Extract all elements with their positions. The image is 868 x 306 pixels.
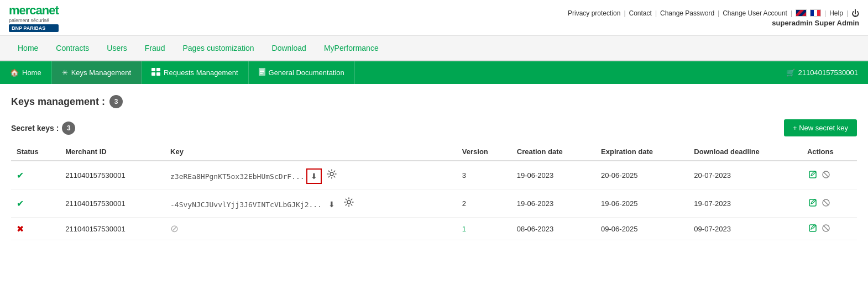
cell-expiration-date: 19-06-2025 bbox=[595, 189, 688, 218]
cell-merchant-id: 211040157530001 bbox=[60, 189, 165, 218]
svg-point-8 bbox=[330, 172, 333, 176]
svg-rect-6 bbox=[260, 71, 264, 72]
nav-contracts[interactable]: Contracts bbox=[47, 36, 98, 60]
col-actions: Actions bbox=[802, 143, 857, 161]
requests-icon bbox=[151, 68, 160, 77]
logo-area: mercanet paiement sécurisé BNP PARIBAS bbox=[9, 3, 59, 32]
sub-nav-docs-label: General Documentation bbox=[269, 68, 344, 77]
section-badge: 3 bbox=[62, 122, 75, 135]
section-title: Secret keys : 3 bbox=[11, 122, 75, 135]
sub-nav-docs[interactable]: General Documentation bbox=[249, 61, 355, 84]
cell-download-deadline: 09-07-2023 bbox=[688, 218, 802, 240]
cell-creation-date: 19-06-2023 bbox=[511, 189, 595, 218]
download-button[interactable]: ⬇ bbox=[324, 197, 339, 212]
svg-line-11 bbox=[824, 172, 828, 177]
cell-key: -4SvyNJCJUvvlYjj3J6VINTcVLbGJKj2... ⬇ bbox=[165, 189, 457, 218]
cell-status: ✔ bbox=[11, 161, 60, 189]
cell-status: ✖ bbox=[11, 218, 60, 240]
svg-point-12 bbox=[347, 201, 351, 204]
contact-link[interactable]: Contact bbox=[629, 9, 652, 17]
cell-key: z3eREa8HPgnKT5ox32EbHUmScDrF... ⬇ bbox=[165, 161, 457, 189]
col-key: Key bbox=[165, 143, 457, 161]
block-action-icon[interactable] bbox=[822, 198, 830, 207]
nav-pages-customization[interactable]: Pages customization bbox=[174, 36, 263, 60]
cell-version: 2 bbox=[457, 189, 511, 218]
user-label: superadmin Super Admin bbox=[772, 19, 859, 27]
table-row: ✔211040157530001-4SvyNJCJUvvlYjj3J6VINTc… bbox=[11, 189, 857, 218]
nav-download[interactable]: Download bbox=[263, 36, 315, 60]
cart-label: 211040157530001 bbox=[798, 68, 858, 77]
edit-action-icon[interactable] bbox=[808, 224, 817, 233]
sub-nav: 🏠 Home ✳ Keys Management Requests Manage… bbox=[0, 61, 868, 84]
version-link[interactable]: 1 bbox=[462, 225, 466, 233]
status-ok-icon: ✔ bbox=[17, 171, 24, 180]
config-button[interactable] bbox=[341, 194, 357, 210]
docs-icon bbox=[259, 68, 265, 77]
new-secret-key-button[interactable]: + New secret key bbox=[784, 119, 857, 136]
cell-actions bbox=[802, 189, 857, 218]
flag-uk-icon[interactable] bbox=[796, 9, 807, 17]
cell-actions bbox=[802, 161, 857, 189]
cell-expiration-date: 20-06-2025 bbox=[595, 161, 688, 189]
key-value: -4SvyNJCJUvvlYjj3J6VINTcVLbGJKj2... bbox=[170, 201, 322, 209]
page-title: Keys management : 3 bbox=[11, 95, 857, 108]
cell-version: 3 bbox=[457, 161, 511, 189]
svg-rect-2 bbox=[151, 72, 155, 76]
col-version: Version bbox=[457, 143, 511, 161]
top-bar: mercanet paiement sécurisé BNP PARIBAS P… bbox=[0, 0, 868, 36]
logout-icon[interactable]: ⏻ bbox=[851, 9, 859, 18]
config-button[interactable] bbox=[324, 166, 339, 182]
page-title-text: Keys management : bbox=[11, 96, 105, 108]
svg-rect-1 bbox=[156, 68, 160, 71]
help-link[interactable]: Help bbox=[829, 9, 843, 17]
nav-users[interactable]: Users bbox=[98, 36, 136, 60]
sub-nav-keys[interactable]: ✳ Keys Management bbox=[52, 61, 142, 84]
change-password-link[interactable]: Change Password bbox=[660, 9, 714, 17]
block-action-icon[interactable] bbox=[822, 224, 830, 233]
change-user-link[interactable]: Change User Account bbox=[723, 9, 787, 17]
sub-nav-requests-label: Requests Management bbox=[164, 68, 238, 77]
bnp-badge: BNP PARIBAS bbox=[9, 24, 59, 32]
table-row: ✖211040157530001⊘108-06-202309-06-202509… bbox=[11, 218, 857, 240]
col-status: Status bbox=[11, 143, 60, 161]
privacy-link[interactable]: Privacy protection bbox=[568, 9, 620, 17]
nav-myperformance[interactable]: MyPerformance bbox=[315, 36, 388, 60]
section-title-text: Secret keys : bbox=[11, 124, 59, 133]
logo-text: mercanet bbox=[9, 3, 59, 18]
edit-action-icon[interactable] bbox=[808, 170, 817, 179]
flag-fr-icon[interactable] bbox=[810, 9, 821, 17]
download-highlighted-button[interactable]: ⬇ bbox=[306, 168, 322, 184]
keys-icon: ✳ bbox=[62, 68, 68, 77]
sub-nav-home[interactable]: 🏠 Home bbox=[0, 61, 52, 84]
col-deadline: Download deadline bbox=[688, 143, 802, 161]
svg-rect-3 bbox=[156, 72, 160, 76]
svg-line-15 bbox=[824, 201, 828, 205]
edit-action-icon[interactable] bbox=[808, 198, 817, 207]
no-key-icon: ⊘ bbox=[170, 223, 179, 234]
col-merchant-id: Merchant ID bbox=[60, 143, 165, 161]
col-creation: Creation date bbox=[511, 143, 595, 161]
home-icon: 🏠 bbox=[10, 68, 19, 77]
sub-nav-cart: 🛒 211040157530001 bbox=[776, 61, 868, 84]
cart-icon: 🛒 bbox=[786, 68, 795, 77]
svg-rect-7 bbox=[260, 73, 263, 74]
col-expiration: Expiration date bbox=[595, 143, 688, 161]
cell-download-deadline: 19-07-2023 bbox=[688, 189, 802, 218]
nav-home[interactable]: Home bbox=[9, 36, 47, 60]
sub-nav-requests[interactable]: Requests Management bbox=[142, 61, 248, 84]
cell-download-deadline: 20-07-2023 bbox=[688, 161, 802, 189]
cell-actions bbox=[802, 218, 857, 240]
status-ok-icon: ✔ bbox=[17, 199, 24, 208]
block-action-icon[interactable] bbox=[822, 170, 830, 179]
table-row: ✔211040157530001z3eREa8HPgnKT5ox32EbHUmS… bbox=[11, 161, 857, 189]
cell-version[interactable]: 1 bbox=[457, 218, 511, 240]
svg-rect-0 bbox=[151, 68, 155, 71]
sub-nav-keys-label: Keys Management bbox=[71, 68, 131, 77]
top-bar-right: Privacy protection | Contact | Change Pa… bbox=[568, 9, 859, 27]
nav-fraud[interactable]: Fraud bbox=[136, 36, 174, 60]
cell-merchant-id: 211040157530001 bbox=[60, 161, 165, 189]
content-area: Keys management : 3 Secret keys : 3 + Ne… bbox=[0, 84, 868, 251]
top-links: Privacy protection | Contact | Change Pa… bbox=[568, 9, 859, 18]
sub-nav-home-label: Home bbox=[22, 68, 41, 77]
cell-key: ⊘ bbox=[165, 218, 457, 240]
